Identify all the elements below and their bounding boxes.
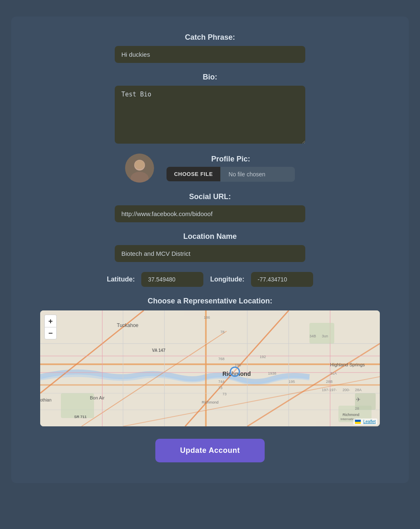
leaflet-text[interactable]: Leaflet (363, 419, 376, 424)
map-controls: + − (44, 315, 57, 339)
latitude-input[interactable] (141, 272, 203, 287)
svg-point-3 (135, 160, 145, 169)
svg-text:28A: 28A (355, 388, 362, 392)
svg-text:3un: 3un (322, 334, 328, 338)
latitude-label: Latitude: (107, 276, 135, 283)
svg-text:Highland Springs: Highland Springs (330, 362, 365, 367)
file-input-wrapper: CHOOSE FILE No file chosen (167, 167, 295, 182)
avatar (125, 154, 154, 183)
svg-text:197-197-: 197-197- (322, 388, 337, 392)
svg-text:34B: 34B (309, 334, 316, 338)
longitude-input[interactable] (251, 272, 313, 287)
map-section: Choose a Representative Location: (36, 297, 384, 426)
catch-phrase-group: Catch Phrase: (36, 33, 384, 63)
location-name-group: Location Name (36, 232, 384, 262)
svg-text:200-: 200- (343, 388, 350, 392)
svg-text:1938: 1938 (268, 371, 276, 375)
svg-point-57 (230, 367, 239, 376)
svg-text:Bon Air: Bon Air (90, 395, 105, 400)
zoom-out-button[interactable]: − (44, 327, 57, 339)
social-url-group: Social URL: (36, 192, 384, 222)
svg-text:SR 711: SR 711 (74, 415, 87, 419)
leaflet-attribution: Leaflet (353, 418, 377, 425)
map-section-label: Choose a Representative Location: (147, 297, 272, 305)
map-svg: VA 147 SR 711 186 78 768 190 192 1938 19… (40, 310, 380, 426)
svg-text:✈: ✈ (356, 396, 361, 403)
svg-rect-25 (309, 323, 334, 344)
profile-pic-row: Profile Pic: CHOOSE FILE No file chosen (36, 154, 384, 183)
bio-textarea[interactable]: Test Bio (115, 86, 305, 144)
bio-group: Bio: Test Bio (36, 73, 384, 144)
svg-text:768: 768 (218, 357, 224, 361)
svg-text:190: 190 (235, 363, 241, 367)
location-name-label: Location Name (183, 232, 237, 241)
svg-text:73: 73 (218, 386, 222, 390)
svg-text:195: 195 (289, 380, 295, 384)
lat-lon-row: Latitude: Longitude: (36, 272, 384, 287)
social-url-input[interactable] (115, 205, 305, 222)
svg-text:192: 192 (260, 355, 266, 359)
svg-text:31A: 31A (330, 371, 337, 375)
social-url-label: Social URL: (189, 192, 231, 201)
catch-phrase-label: Catch Phrase: (185, 33, 235, 42)
svg-text:Richmond: Richmond (343, 413, 360, 417)
svg-text:744: 744 (218, 380, 224, 384)
bio-label: Bio: (203, 73, 217, 82)
svg-text:Richmond: Richmond (202, 400, 219, 404)
svg-rect-24 (61, 393, 94, 418)
zoom-in-button[interactable]: + (44, 315, 57, 327)
update-account-button[interactable]: Update Account (155, 439, 265, 462)
svg-text:Tuckahoe: Tuckahoe (117, 322, 139, 328)
svg-text:28B: 28B (326, 380, 333, 384)
svg-text:VA 147: VA 147 (152, 348, 166, 353)
ukraine-flag-icon (355, 420, 361, 424)
profile-pic-label: Profile Pic: (211, 155, 250, 163)
longitude-label: Longitude: (210, 276, 244, 283)
location-name-input[interactable] (115, 245, 305, 262)
catch-phrase-input[interactable] (115, 46, 305, 63)
svg-text:73: 73 (222, 392, 227, 396)
svg-text:28: 28 (355, 406, 359, 411)
no-file-chosen-text: No file chosen (220, 167, 295, 182)
account-form: Catch Phrase: Bio: Test Bio Profile Pic:… (11, 17, 409, 483)
svg-text:othian: othian (40, 398, 51, 402)
svg-text:78: 78 (220, 330, 224, 334)
map-container[interactable]: VA 147 SR 711 186 78 768 190 192 1938 19… (40, 310, 380, 426)
svg-text:186: 186 (204, 315, 210, 320)
profile-pic-section: Profile Pic: CHOOSE FILE No file chosen (167, 155, 295, 182)
choose-file-button[interactable]: CHOOSE FILE (167, 167, 220, 181)
